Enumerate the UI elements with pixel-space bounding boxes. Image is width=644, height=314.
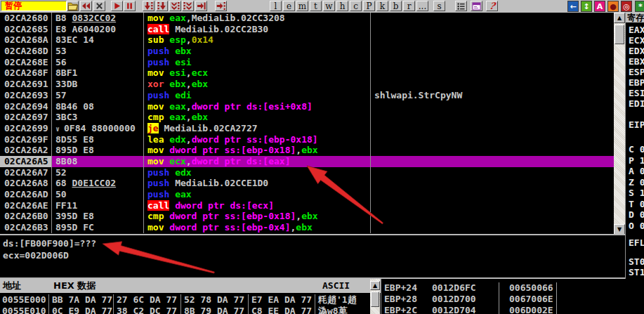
comment-cell	[371, 57, 614, 68]
pause-button[interactable]	[124, 1, 136, 11]
disasm-row[interactable]: 02CA26B0395D E8cmp dword ptr ss:[ebp-0x1…	[0, 211, 614, 222]
letter-button-k[interactable]: k	[376, 1, 388, 11]
disasm-row[interactable]: 02CA268F8BF1mov esi,ecx	[0, 67, 614, 79]
instruction-cell: mov dword ptr ss:[ebp-0x4],ebx	[144, 222, 371, 233]
instruction-cell: push edx	[144, 167, 371, 178]
letter-button-l[interactable]: l	[270, 1, 282, 11]
disasm-row[interactable]: 02CA268A83EC 14sub esp,0x14	[0, 34, 614, 46]
plugin-letter-a-button[interactable]: A	[594, 1, 605, 12]
plugin-target-button[interactable]: ●	[607, 1, 619, 12]
step-over-button[interactable]	[156, 1, 168, 11]
disasm-row[interactable]: 02CA269133DBxor ebx,ebx	[0, 79, 614, 90]
letter-button-h[interactable]: h	[336, 1, 348, 11]
windows-list-button[interactable]	[455, 1, 467, 11]
letter-button-t[interactable]: t	[310, 1, 322, 11]
letter-button-e[interactable]: e	[283, 1, 295, 11]
plugin-updown-arrows-button[interactable]: ↕	[581, 1, 592, 12]
letter-button-m[interactable]: m	[296, 1, 308, 11]
disasm-row[interactable]: 02CA269F8D55 E8lea edx,dword ptr ss:[ebp…	[0, 134, 614, 145]
plugin-spiral-icon: ◎	[623, 2, 630, 11]
ai-icon	[171, 1, 180, 11]
disasm-row[interactable]: 02CA26AEFF11call dword ptr ds:[ecx]	[0, 200, 614, 211]
register-edi: EDI	[629, 98, 644, 109]
dump-header-address: 地址	[3, 279, 21, 293]
plugin-spiral-button[interactable]: ◎	[621, 1, 632, 12]
disasm-row[interactable]: 02CA26A752push edx	[0, 167, 614, 178]
disasm-row[interactable]: 02CA268E56push esi	[0, 57, 614, 68]
disasm-row[interactable]: 02CA26A868 D0E1CC02push MediaLib.02CCE1D…	[0, 178, 614, 189]
register-ebx: EBX	[629, 56, 644, 67]
run-button[interactable]	[111, 1, 123, 11]
instruction-cell: mov dword ptr ss:[ebp-0x18],ebx	[144, 145, 371, 156]
execute-till-return-button[interactable]	[195, 1, 207, 11]
restart-button[interactable]	[80, 1, 92, 11]
disassembly-scrollbar[interactable]: ▲ ▼	[614, 13, 625, 235]
step-into-button[interactable]	[143, 1, 155, 11]
disasm-row[interactable]: 02CA26A2895D E8mov dword ptr ss:[ebp-0x1…	[0, 145, 614, 156]
disasm-row[interactable]: 02CA26973BC3cmp eax,ebx	[0, 112, 614, 123]
windows-button[interactable]	[471, 1, 482, 11]
plugin-tree-icon: *	[638, 2, 643, 11]
letter-button-label: h	[340, 1, 346, 11]
stack-row[interactable]: EBP+280012D7000067006E	[381, 294, 644, 305]
animate-into-button[interactable]	[169, 1, 181, 11]
scrollbar-thumb[interactable]	[615, 25, 624, 44]
address-cell: 02CA2680	[0, 13, 52, 24]
letter-button-label: b	[393, 1, 399, 11]
plugin-target-icon: ●	[610, 2, 617, 11]
scroll-down-icon[interactable]: ▼	[614, 224, 625, 235]
disasm-row[interactable]: 02CA2680B8 0832CC02mov eax,MediaLib.02CC…	[0, 13, 614, 24]
disasm-row[interactable]: 02CA26A58B08mov ecx,dword ptr ds:[eax]	[0, 156, 614, 167]
address-cell: 02CA2691	[0, 79, 52, 90]
letter-button-P[interactable]: P	[363, 1, 375, 11]
dump-header-hex: HEX 数据	[53, 279, 96, 293]
stack-row[interactable]: EBP+2C0012D704006D002E	[381, 305, 644, 314]
stack-pane[interactable]: EBP+240012D6FC00650066EBP+280012D7000067…	[381, 279, 644, 314]
disasm-row[interactable]: 02CA26948B46 08mov eax,dword ptr ds:[esi…	[0, 101, 614, 112]
letter-button-b[interactable]: b	[390, 1, 402, 11]
dump-row[interactable]: 0055E0100C E9 DA 7738 C2 DC 778B 79 DA 7…	[0, 306, 381, 314]
bytes-cell: 8D55 E8	[52, 134, 144, 145]
letter-button-w[interactable]: w	[323, 1, 335, 11]
disasm-row[interactable]: 02CA268D53push ebx	[0, 46, 614, 57]
letter-button-label: ...	[419, 1, 426, 11]
disasm-row[interactable]: 02CA26AD50push eax	[0, 189, 614, 200]
scroll-up-icon[interactable]: ▲	[370, 281, 380, 290]
letter-button-dotdotdot[interactable]: ...	[416, 1, 428, 11]
plugin-back-arrow-button[interactable]: ←	[567, 1, 579, 12]
ascii-scrollbar[interactable]: ▲	[370, 279, 380, 314]
animate-over-button[interactable]	[182, 1, 194, 11]
registers-pane[interactable]: 寄存器 EAXECXEDXEBXESPEBPESIEDIEIPC 0P 1A 0…	[625, 13, 644, 281]
bytes-cell: 895D FC	[52, 222, 144, 233]
instruction-cell: lea edx,dword ptr ss:[ebp-0x18]	[144, 134, 371, 145]
instruction-cell: push esi	[144, 57, 371, 68]
dump-hex-group: 52 78 DA 77	[181, 294, 249, 306]
disasm-row[interactable]: 02CA2685E8 A6040200call MediaLib.02CC2B3…	[0, 24, 614, 35]
letter-button-c[interactable]: c	[350, 1, 362, 11]
plugin-tree-button[interactable]: *	[635, 1, 644, 12]
open-file-button[interactable]	[67, 1, 79, 11]
memory-dump-pane[interactable]: 地址 HEX 数据 ASCII 0055E000BB 7A DA 7727 6C…	[0, 279, 381, 314]
disasm-row[interactable]: 02CA2699∨ 0F84 88000000je MediaLib.02CA2…	[0, 123, 614, 134]
letter-button-s[interactable]: s	[433, 1, 445, 11]
disasm-row[interactable]: 02CA269357push edishlwapi.StrCpyNW	[0, 90, 614, 101]
goto-button[interactable]	[215, 1, 227, 11]
scrollbar-thumb[interactable]	[371, 292, 379, 307]
address-cell: 02CA26B3	[0, 222, 52, 233]
stack-row[interactable]: EBP+240012D6FC00650066	[381, 282, 644, 294]
letter-button-r[interactable]: r	[403, 1, 415, 11]
close-button[interactable]	[93, 1, 105, 11]
scroll-up-icon[interactable]: ▲	[614, 13, 625, 23]
address-cell: 02CA26AE	[0, 200, 52, 211]
instruction-cell: call dword ptr ds:[ecx]	[144, 200, 371, 211]
disasm-row[interactable]: 02CA26B3895D FCmov dword ptr ss:[ebp-0x4…	[0, 222, 614, 233]
comment-cell	[371, 222, 614, 233]
stack-value-cell: 006D002E	[499, 305, 557, 314]
bytes-cell: 395D E8	[52, 211, 144, 222]
help-button[interactable]: ?	[486, 1, 498, 11]
dump-row[interactable]: 0055E000BB 7A DA 7727 6C DA 7752 78 DA 7…	[0, 294, 381, 306]
disassembly-pane[interactable]: 02CA2680B8 0832CC02mov eax,MediaLib.02CC…	[0, 13, 614, 234]
register-ecx: ECX	[629, 35, 644, 46]
comment-cell	[371, 123, 614, 134]
plugin-updown-arrows-icon: ↕	[583, 2, 589, 11]
